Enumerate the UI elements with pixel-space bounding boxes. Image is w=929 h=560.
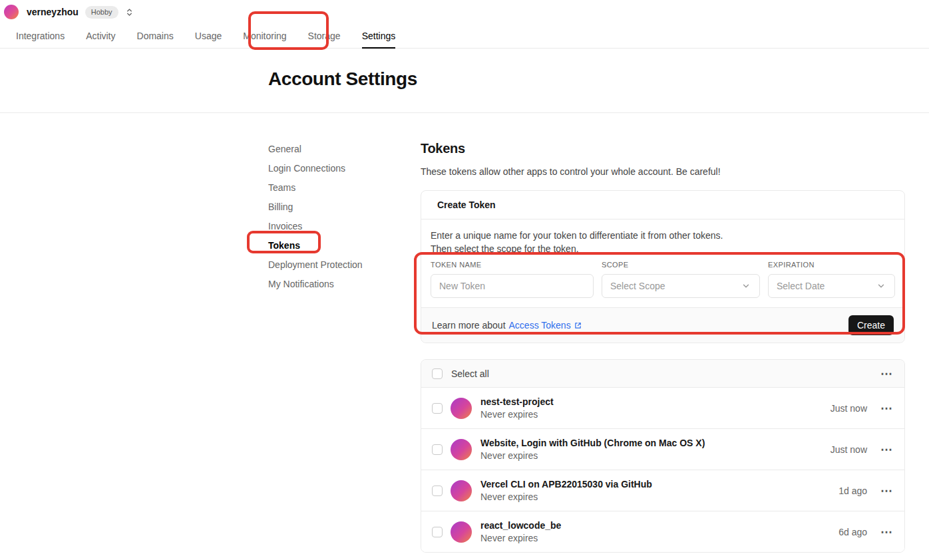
- token-avatar-icon: [451, 439, 472, 460]
- token-row: Vercel CLI on APB22015030 via GitHub Nev…: [421, 470, 904, 511]
- token-name-field-group: TOKEN NAME: [431, 261, 594, 298]
- page-title: Account Settings: [0, 49, 929, 90]
- token-menu-ellipsis-icon[interactable]: ⋯: [879, 526, 894, 538]
- sidebar-item-general[interactable]: General: [268, 144, 301, 154]
- token-row-checkbox[interactable]: [432, 444, 443, 455]
- token-created-time: 1d ago: [838, 486, 867, 496]
- token-name: Website, Login with GitHub (Chrome on Ma…: [480, 438, 705, 449]
- tab-usage[interactable]: Usage: [195, 24, 222, 48]
- token-created-time: 6d ago: [838, 527, 867, 537]
- list-menu-ellipsis-icon[interactable]: ⋯: [879, 368, 894, 380]
- token-avatar-icon: [451, 480, 472, 501]
- sidebar-item-invoices[interactable]: Invoices: [268, 221, 302, 231]
- account-switcher-button[interactable]: [124, 7, 134, 17]
- expiration-field-group: EXPIRATION Select Date: [768, 261, 895, 298]
- token-avatar-icon: [451, 521, 472, 543]
- tab-activity[interactable]: Activity: [86, 24, 115, 48]
- token-name-label: TOKEN NAME: [431, 261, 594, 269]
- token-expiry: Never expires: [480, 409, 554, 420]
- token-menu-ellipsis-icon[interactable]: ⋯: [879, 444, 894, 456]
- plan-badge: Hobby: [85, 6, 118, 19]
- token-row: react_lowcode_be Never expires 6d ago ⋯: [421, 511, 904, 552]
- select-all-checkbox[interactable]: [432, 368, 443, 379]
- chevron-down-icon: [876, 281, 886, 291]
- token-row-checkbox[interactable]: [432, 527, 443, 537]
- token-expiry: Never expires: [480, 533, 561, 543]
- token-expiry: Never expires: [480, 491, 652, 502]
- nav-tab-bar: Integrations Activity Domains Usage Moni…: [0, 24, 929, 49]
- scope-field-group: SCOPE Select Scope: [602, 261, 760, 298]
- token-created-time: Just now: [831, 444, 867, 455]
- create-token-description-line2: Then select the scope for the token.: [431, 242, 895, 255]
- token-name-input[interactable]: [431, 274, 594, 298]
- token-row: nest-test-project Never expires Just now…: [421, 387, 904, 428]
- account-name: verneyzhou: [27, 7, 79, 17]
- token-menu-ellipsis-icon[interactable]: ⋯: [879, 402, 894, 414]
- token-name: nest-test-project: [480, 396, 554, 408]
- token-list-header: Select all ⋯: [421, 360, 904, 387]
- account-settings-page: verneyzhou Hobby Integrations Activity D…: [0, 0, 929, 560]
- create-token-card-title: Create Token: [421, 191, 904, 219]
- tokens-section-title: Tokens: [421, 141, 905, 156]
- sidebar-item-tokens[interactable]: Tokens: [268, 241, 300, 250]
- sidebar-item-login-connections[interactable]: Login Connections: [268, 164, 345, 173]
- token-row: Website, Login with GitHub (Chrome on Ma…: [421, 428, 904, 470]
- tab-domains[interactable]: Domains: [137, 24, 174, 48]
- token-avatar-icon: [451, 398, 472, 419]
- create-token-description-line1: Enter a unique name for your token to di…: [431, 229, 895, 242]
- create-token-card-footer: Learn more about Access Tokens Create: [421, 307, 904, 343]
- content-area: General Login Connections Teams Billing …: [0, 113, 929, 553]
- token-expiry: Never expires: [480, 450, 705, 461]
- sidebar-item-deployment-protection[interactable]: Deployment Protection: [268, 260, 363, 269]
- tab-integrations[interactable]: Integrations: [16, 24, 65, 48]
- sidebar-item-billing[interactable]: Billing: [268, 202, 293, 211]
- chevron-down-icon: [741, 281, 751, 291]
- select-all-label: Select all: [451, 368, 489, 379]
- token-row-checkbox[interactable]: [432, 403, 443, 414]
- token-list: Select all ⋯ nest-test-project Never exp…: [421, 359, 905, 553]
- create-token-form: TOKEN NAME SCOPE Select Scope: [431, 261, 895, 298]
- expiration-label: EXPIRATION: [768, 261, 895, 269]
- token-name: react_lowcode_be: [480, 520, 561, 531]
- scope-select[interactable]: Select Scope: [602, 274, 760, 298]
- scope-label: SCOPE: [602, 261, 760, 269]
- access-tokens-link[interactable]: Access Tokens: [509, 320, 582, 331]
- sidebar-item-my-notifications[interactable]: My Notifications: [268, 279, 334, 289]
- expiration-select-value: Select Date: [777, 281, 825, 291]
- token-name: Vercel CLI on APB22015030 via GitHub: [480, 479, 652, 490]
- scope-select-value: Select Scope: [610, 281, 665, 291]
- create-button[interactable]: Create: [848, 315, 894, 335]
- external-link-icon: [571, 321, 582, 330]
- tokens-main-panel: Tokens These tokens allow other apps to …: [421, 141, 905, 553]
- create-token-card-body: Enter a unique name for your token to di…: [421, 219, 904, 307]
- top-bar: verneyzhou Hobby: [0, 0, 929, 24]
- learn-more-text: Learn more about: [432, 320, 506, 331]
- token-row-checkbox[interactable]: [432, 486, 443, 496]
- tab-monitoring[interactable]: Monitoring: [243, 24, 286, 48]
- tab-storage[interactable]: Storage: [308, 24, 341, 48]
- tab-settings[interactable]: Settings: [362, 24, 396, 48]
- token-menu-ellipsis-icon[interactable]: ⋯: [879, 485, 894, 497]
- chevron-up-down-icon: [124, 7, 134, 17]
- settings-sidebar: General Login Connections Teams Billing …: [268, 141, 421, 553]
- hero-section: Account Settings: [0, 49, 929, 113]
- create-token-card: Create Token Enter a unique name for you…: [421, 190, 905, 343]
- sidebar-item-teams[interactable]: Teams: [268, 183, 295, 192]
- tokens-section-description: These tokens allow other apps to control…: [421, 166, 905, 177]
- expiration-select[interactable]: Select Date: [768, 274, 895, 298]
- token-created-time: Just now: [831, 403, 867, 414]
- account-avatar-icon[interactable]: [4, 5, 19, 19]
